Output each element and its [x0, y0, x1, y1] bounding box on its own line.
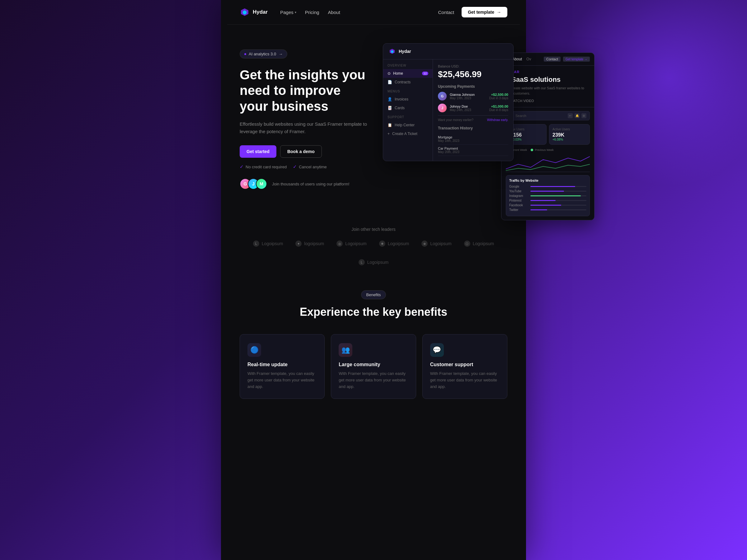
hero-section: AI analytics 3.0 → Get the insights you …: [227, 25, 520, 211]
search-input[interactable]: Search: [515, 114, 566, 117]
payment-avatar-1: G: [438, 92, 447, 101]
support-label: SUPPORT: [383, 115, 433, 119]
bell-icon[interactable]: 🔔: [574, 113, 579, 118]
benefit-card-1: 🔵 Real-time update With Framer template,…: [240, 334, 325, 399]
dashboard-body: OVERVIEW ⊙ Home 12 📄 Contracts MENUS: [383, 59, 513, 161]
stats-row: New Users 1,156 +10.03% Active Users 239…: [506, 124, 590, 145]
watch-video-row: WATCH VIDEO: [506, 99, 590, 103]
sidebar-item-ticket[interactable]: + Create A Ticket: [383, 129, 433, 138]
undo-icon[interactable]: ↩: [568, 113, 573, 118]
dashboard-sidebar: OVERVIEW ⊙ Home 12 📄 Contracts MENUS: [383, 59, 433, 161]
sidebar-item-home[interactable]: ⊙ Home 12: [383, 69, 433, 78]
balance-label: Balance USD:: [438, 64, 508, 68]
logo-item-1: L Logoipsum: [253, 240, 283, 247]
meta-cancel: ✓ Cancel anytime: [293, 164, 327, 169]
logo-item-2: ✦ logoipsum: [295, 240, 324, 247]
benefit-card-2: 👥 Large community With Framer template, …: [331, 334, 416, 399]
menus-label: MENUS: [383, 89, 433, 93]
transaction-section: Transaction History Mortgage May 18th, 2…: [438, 126, 508, 156]
community-icon: 👥: [339, 343, 352, 357]
logoipsum-icon-5: ⊕: [421, 240, 428, 247]
sidebar-item-contracts[interactable]: 📄 Contracts: [383, 78, 433, 86]
logo-item-5: ⊕ Logoipsum: [421, 240, 452, 247]
traffic-facebook: Facebook: [509, 204, 586, 207]
logo-item-4: ❋ Logoipsum: [379, 240, 409, 247]
get-template-small-button[interactable]: Get template →: [563, 57, 590, 61]
dashboard-card: Hydar OVERVIEW ⊙ Home 12 📄 Contracts: [383, 43, 514, 161]
logoipsum-icon-7: L: [359, 259, 365, 265]
upcoming-payments-title: Upcoming Payments: [438, 84, 508, 89]
benefits-badge: Benefits: [361, 290, 386, 299]
dash-logo-text: Hydar: [399, 49, 411, 54]
tx-row-2: Car Payment May 20th, 2023: [438, 145, 508, 156]
sidebar-item-help[interactable]: 📋 Help Center: [383, 121, 433, 129]
logos-row: L Logoipsum ✦ logoipsum ◎ Logoipsum ❋ Lo…: [240, 240, 507, 265]
balance-amount: $25,456.99: [438, 70, 508, 79]
logoipsum-icon-4: ❋: [379, 240, 385, 247]
arrow-icon: →: [279, 52, 283, 56]
logo-text: Hydar: [253, 9, 268, 15]
navbar: Hydar Pages ▾ Pricing About Contact Get …: [227, 0, 520, 25]
payment-right-2: +$1,000.00 Due in 8 days: [489, 105, 508, 112]
sidebar-item-invoices[interactable]: 👤 Invoices: [383, 95, 433, 104]
hero-buttons: Get started Book a demo: [240, 145, 370, 158]
traffic-card: Traffic by Website Google YouTube: [506, 175, 590, 216]
home-icon: ⊙: [387, 71, 391, 76]
payment-row-2: J Johnyy Doe May 24th, 2023 +$1,000.00 D…: [438, 104, 508, 112]
nav-right: Contact Get template →: [438, 7, 507, 18]
chart-legend: Current Week Previous Week: [506, 149, 590, 152]
tx-row-1: Mortgage May 18th, 2023: [438, 133, 508, 145]
nav-about[interactable]: About: [328, 10, 340, 15]
check-icon-2: ✓: [293, 164, 297, 169]
realtime-icon: 🔵: [248, 343, 261, 357]
hero-meta: ✓ No credit card required ✓ Cancel anyti…: [240, 164, 370, 169]
avatar-text: Join thousands of users using our platfo…: [272, 182, 350, 186]
nav-pages[interactable]: Pages ▾: [280, 10, 296, 15]
get-started-button[interactable]: Get started: [240, 145, 276, 158]
avatar-stack: G J M: [240, 178, 267, 189]
dashboard-main: Balance USD: $25,456.99 Upcoming Payment…: [433, 59, 513, 161]
logo-item-6: ⬡ Logoipsum: [464, 240, 494, 247]
logos-title: Join other tech leaders: [240, 227, 507, 232]
benefits-title: Experience the key benefits: [240, 305, 507, 319]
help-icon: 📋: [387, 123, 392, 127]
arrow-icon: →: [497, 10, 501, 15]
avatar-3: M: [256, 178, 267, 189]
benefits-section: Benefits Experience the key benefits 🔵 R…: [227, 275, 520, 415]
traffic-youtube: YouTube: [509, 189, 586, 193]
ticket-icon: +: [387, 132, 390, 136]
nav-pricing[interactable]: Pricing: [305, 10, 319, 15]
badge-dot: [244, 53, 246, 55]
contact-button[interactable]: Contact: [544, 57, 561, 61]
card2-title-section: HYDAR e SaaS solutions sly create websit…: [501, 65, 594, 107]
analytics-section: 🔍 Search ↩ 🔔 ⊞ New Users 1,156 +10.03%: [501, 107, 594, 220]
payment-info-2: Johnyy Doe May 24th, 2023: [450, 105, 486, 112]
card2-header: g About Ov Contact Get template →: [501, 53, 594, 65]
grid-icon[interactable]: ⊞: [582, 113, 586, 118]
card2-actions: Contact Get template →: [544, 57, 590, 61]
benefit-card-3: 💬 Customer support With Framer template,…: [422, 334, 507, 399]
withdraw-row: Want your money earlier? Withdraw early.: [438, 115, 508, 122]
home-badge: 12: [422, 72, 428, 75]
support-icon: 💬: [430, 343, 444, 357]
invoices-icon: 👤: [387, 97, 392, 101]
logoipsum-icon-2: ✦: [295, 240, 302, 247]
chevron-down-icon: ▾: [295, 10, 296, 14]
get-template-button[interactable]: Get template →: [462, 7, 507, 18]
traffic-pinterest: Pinterest: [509, 199, 586, 202]
traffic-twitter: Twitter: [509, 208, 586, 212]
hero-avatars: G J M Join thousands of users using our …: [240, 178, 370, 189]
withdraw-link[interactable]: Withdraw early.: [487, 118, 508, 122]
payment-avatar-2: J: [438, 104, 447, 112]
hero-left: AI analytics 3.0 → Get the insights you …: [240, 43, 370, 211]
overview-label: OVERVIEW: [383, 64, 433, 67]
cards-icon: 🃏: [387, 106, 392, 110]
logo[interactable]: Hydar: [240, 7, 268, 17]
chart-svg: [506, 153, 590, 172]
sidebar-item-cards[interactable]: 🃏 Cards: [383, 104, 433, 112]
search-bar[interactable]: 🔍 Search ↩ 🔔 ⊞: [506, 111, 590, 121]
payment-right-1: +$2,500.00 Due in 3 days: [489, 93, 508, 100]
book-demo-button[interactable]: Book a demo: [280, 145, 322, 158]
card2-headline: e SaaS solutions: [506, 76, 590, 84]
nav-contact[interactable]: Contact: [438, 10, 454, 15]
